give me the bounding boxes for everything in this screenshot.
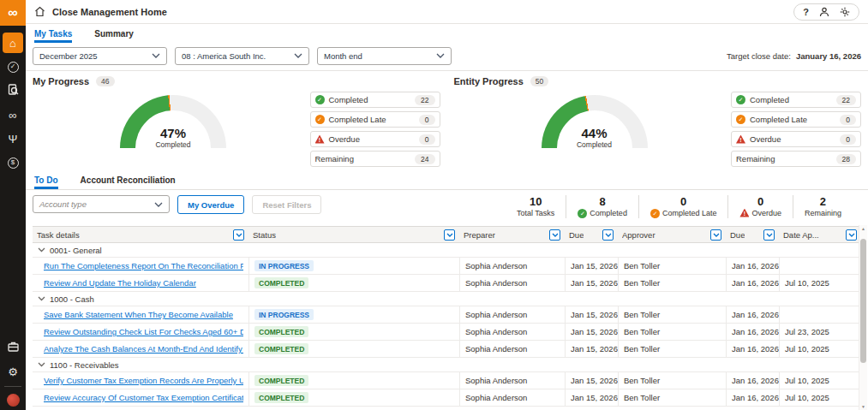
table-row: Review And Update The Holiday Calendar C… (33, 275, 861, 292)
task-link[interactable]: Save Bank Statement When They Become Ava… (44, 310, 233, 319)
entity-progress-title: Entity Progress (454, 76, 524, 86)
approver-cell: Ben Toller (618, 306, 726, 323)
task-link[interactable]: Verify Customer Tax Exemption Records Ar… (44, 376, 243, 385)
table-row: Review Outstanding Check List For Checks… (33, 324, 861, 341)
approver-due-cell: Jan 16, 2026 (726, 324, 779, 340)
group-row[interactable]: 1100 - Receivables (33, 358, 861, 372)
topbar-actions: ? (793, 3, 859, 21)
filter-icon[interactable] (846, 229, 857, 241)
scrollbar-thumb[interactable] (860, 239, 866, 363)
stat-remaining: Remaining 24 (310, 151, 440, 167)
filter-icon[interactable] (444, 229, 455, 241)
preparer-cell: Sophia Anderson (459, 372, 565, 389)
scroll-up-arrow[interactable]: ▲ (861, 225, 865, 232)
my-overdue-button[interactable]: My Overdue (177, 195, 244, 214)
group-row[interactable]: 0001- General (33, 243, 861, 258)
sidebar-item-connections[interactable]: Ψ (0, 127, 26, 151)
sidebar-item-settings[interactable]: ⚙ (0, 359, 26, 383)
approver-due-cell: Jan 16, 2026 (726, 275, 779, 291)
tab-to-do[interactable]: To Do (34, 175, 58, 189)
table-row: Verify Customer Tax Exemption Records Ar… (33, 372, 861, 389)
task-link[interactable]: Review And Update The Holiday Calendar (44, 278, 196, 288)
target-close-value: January 16, 2026 (796, 51, 861, 61)
status-chip: COMPLETED (254, 343, 308, 354)
tab-account-reconciliation[interactable]: Account Reconciliation (81, 175, 176, 189)
overdue-warning-icon: ! (736, 135, 745, 144)
sidebar: ∞ ⌂ ✓ ∞ Ψ $ ⚙ (0, 0, 26, 410)
group-row[interactable]: 1000 - Cash (33, 292, 861, 306)
preparer-cell: Sophia Anderson (459, 258, 565, 274)
cycle-value: Month end (324, 51, 362, 61)
home-breadcrumb-icon[interactable] (34, 6, 45, 17)
sidebar-item-close[interactable]: ∞ (0, 103, 26, 127)
preferences-icon[interactable] (840, 7, 850, 17)
task-link[interactable]: Run The Completeness Report On The Recon… (44, 261, 243, 270)
briefcase-icon (8, 342, 19, 354)
group-name: 0001- General (50, 246, 102, 255)
chevron-down-icon (152, 53, 160, 58)
period-select[interactable]: December 2025 (33, 47, 167, 65)
group-name: 1100 - Receivables (50, 360, 119, 370)
sidebar-item-profile[interactable] (0, 389, 26, 410)
sidebar-item-currency[interactable]: $ (0, 151, 26, 175)
summary-overdue: 0 !Overdue (727, 195, 793, 218)
summary-remaining: 2 Remaining (793, 195, 853, 218)
completed-late-icon: ✓ (650, 209, 660, 218)
task-link[interactable]: Review Accuracy Of Customer Tax Exemptio… (44, 393, 243, 402)
cycle-select[interactable]: Month end (317, 47, 452, 65)
reset-filters-button[interactable]: Reset Filters (252, 195, 321, 214)
summary-completed: 8 ✓Completed (566, 195, 638, 218)
table-scrollbar[interactable]: ▲ ▼ (859, 225, 867, 410)
stat-count: 0 (419, 115, 435, 125)
sidebar-item-review[interactable] (0, 79, 26, 103)
preparer-cell: Sophia Anderson (459, 341, 565, 357)
filter-icon[interactable] (233, 229, 244, 241)
stat-completed-late: ✓ Completed Late 0 (731, 111, 861, 128)
app-window: ∞ ⌂ ✓ ∞ Ψ $ ⚙ (0, 0, 868, 410)
help-button[interactable]: ? (803, 7, 809, 17)
col-approver-due: Due (730, 230, 745, 240)
table-row: Analyze The Cash Balances At Month-End A… (33, 341, 861, 358)
scroll-down-arrow[interactable]: ▼ (861, 403, 865, 410)
sidebar-item-archive[interactable] (0, 336, 26, 359)
filter-icon[interactable] (549, 229, 560, 241)
chevron-down-icon (38, 362, 45, 367)
tab-my-tasks[interactable]: My Tasks (34, 29, 72, 43)
due-cell: Jan 15, 2026 (565, 275, 618, 291)
stat-overdue: ! Overdue 0 (731, 131, 861, 147)
filter-icon[interactable] (763, 229, 775, 241)
sidebar-item-home[interactable]: ⌂ (0, 31, 26, 55)
gauge-percent: 44% (542, 127, 648, 141)
col-approver: Approver (622, 230, 655, 240)
my-progress-card: My Progress 46 47% Completed ✓ (26, 74, 447, 169)
approver-due-cell: Jan 16, 2026 (726, 372, 779, 389)
task-table: Task details Status Preparer Due Approve… (33, 226, 861, 407)
completed-check-icon: ✓ (578, 209, 587, 218)
task-link[interactable]: Review Outstanding Check List For Checks… (44, 327, 243, 336)
sidebar-item-tasks[interactable]: ✓ (0, 55, 26, 79)
tab-summary[interactable]: Summary (94, 29, 134, 43)
page-title: Close Management Home (52, 7, 167, 17)
user-button[interactable] (819, 7, 829, 17)
account-type-select[interactable]: Account type (33, 195, 170, 213)
date-approved-cell (779, 306, 861, 323)
gear-icon: ⚙ (8, 365, 18, 378)
filter-icon[interactable] (602, 229, 614, 241)
task-link[interactable]: Analyze The Cash Balances At Month-End A… (44, 344, 243, 354)
stat-count: 0 (840, 115, 856, 125)
date-approved-cell: Jul 10, 2025 (779, 275, 861, 291)
chevron-down-icon (294, 53, 302, 58)
entity-progress-card: Entity Progress 50 44% Completed (447, 74, 868, 169)
status-chip: COMPLETED (254, 375, 308, 386)
completed-late-icon: ✓ (315, 115, 325, 124)
target-close-label: Target close date: (727, 51, 791, 61)
preparer-cell: Sophia Anderson (459, 389, 565, 406)
account-type-placeholder: Account type (39, 199, 87, 209)
col-due: Due (569, 230, 584, 240)
infinity-icon: ∞ (9, 109, 16, 122)
date-approved-cell: Jul 10, 2025 (779, 389, 861, 406)
entity-select[interactable]: 08 : America South Inc. (175, 47, 309, 65)
filter-icon[interactable] (710, 229, 721, 241)
completed-check-icon: ✓ (736, 95, 745, 104)
overdue-warning-icon: ! (739, 209, 749, 217)
